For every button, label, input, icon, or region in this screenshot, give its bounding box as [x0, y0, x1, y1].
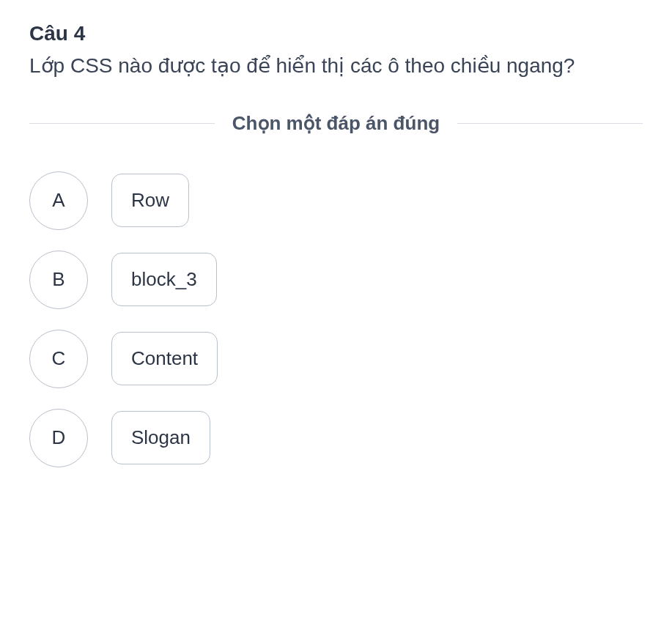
option-letter-a: A — [29, 171, 88, 230]
option-letter-d: D — [29, 409, 88, 467]
option-letter-c: C — [29, 330, 88, 388]
option-text-d: Slogan — [111, 411, 210, 464]
instruction-divider: Chọn một đáp án đúng — [29, 112, 643, 135]
option-a[interactable]: A Row — [29, 171, 643, 230]
divider-line-right — [457, 123, 643, 124]
option-text-c: Content — [111, 332, 218, 385]
instruction-text: Chọn một đáp án đúng — [215, 112, 457, 135]
option-b[interactable]: B block_3 — [29, 251, 643, 309]
option-c[interactable]: C Content — [29, 330, 643, 388]
question-number: Câu 4 — [29, 22, 643, 45]
divider-line-left — [29, 123, 215, 124]
option-text-b: block_3 — [111, 253, 217, 306]
options-list: A Row B block_3 C Content D Slogan — [29, 171, 643, 467]
option-text-a: Row — [111, 174, 189, 227]
option-d[interactable]: D Slogan — [29, 409, 643, 467]
option-letter-b: B — [29, 251, 88, 309]
question-text: Lớp CSS nào được tạo để hiển thị các ô t… — [29, 50, 643, 83]
